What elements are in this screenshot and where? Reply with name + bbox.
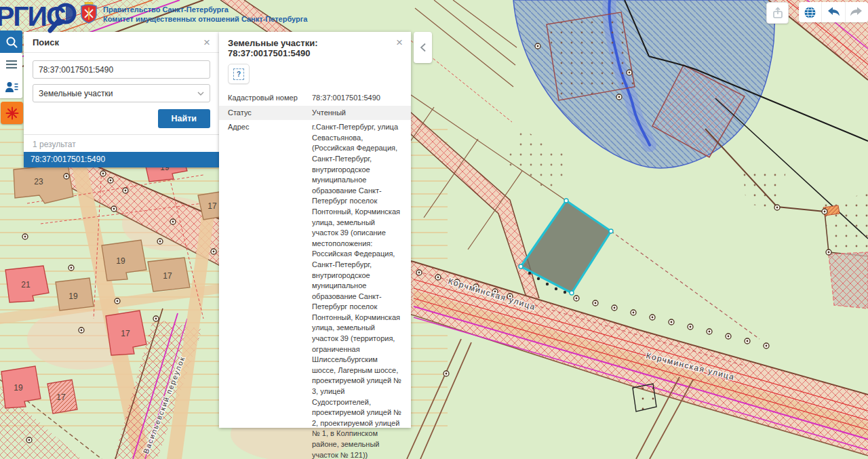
redo-icon — [849, 6, 864, 18]
category-select-value: Земельные участки — [39, 89, 113, 98]
find-button[interactable]: Найти — [158, 109, 210, 128]
pink-parcel-right — [829, 252, 868, 308]
export-icon — [771, 6, 785, 20]
globe-icon — [804, 6, 816, 19]
parcel-number: 19 — [14, 383, 23, 393]
question-square-icon: ? — [233, 68, 244, 80]
map-tools-group — [799, 2, 868, 22]
parcel-details-panel: Земельные участки: 78:37:0017501:5490 × … — [219, 32, 411, 428]
parcel-number: 19 — [68, 292, 78, 301]
search-icon — [5, 36, 18, 48]
parcel-number: 23 — [34, 177, 43, 186]
user-list-icon — [5, 81, 18, 92]
search-result-item[interactable]: 78:37:0017501:5490 — [24, 152, 219, 167]
search-input[interactable] — [33, 60, 210, 79]
parcel-number: 17 — [121, 329, 130, 338]
sidebar-layers-button[interactable] — [0, 54, 22, 76]
sidebar-contacts-button[interactable] — [0, 76, 22, 98]
gov-header-text: Правительство Санкт-Петербурга Комитет и… — [103, 5, 307, 24]
parcel-help-button[interactable]: ? — [228, 64, 250, 84]
chevron-down-icon — [197, 92, 204, 96]
details-panel-title: Земельные участки: 78:37:0017501:5490 — [228, 38, 396, 58]
chevron-left-icon — [420, 43, 427, 52]
redo-button[interactable] — [846, 2, 868, 22]
sidebar-search-button[interactable] — [0, 31, 22, 53]
logo-magnifier-icon — [47, 0, 83, 35]
rgis-app: 23 19 17 19 17 21 19 17 19 17 — [0, 0, 868, 459]
table-row: Адрес г.Санкт-Петербург, улица Севастьян… — [219, 120, 411, 459]
parcel-number: 17 — [208, 201, 217, 211]
table-row: Статус Учтенный — [219, 106, 411, 121]
snowflake-icon — [5, 106, 19, 120]
sidebar-menu-group — [0, 53, 22, 98]
table-row: Кадастровый номер 78:37:0017501:5490 — [219, 91, 411, 106]
parcel-attributes-table: Кадастровый номер 78:37:0017501:5490 Ста… — [219, 91, 411, 459]
language-globe-button[interactable] — [799, 2, 822, 22]
panel-collapse-button[interactable] — [414, 32, 432, 63]
parcel-number: 21 — [21, 280, 31, 290]
gov-line2: Комитет имущественных отношений Санкт-Пе… — [103, 14, 307, 24]
search-panel-title: Поиск — [33, 37, 59, 47]
parcel-number: 17 — [163, 271, 172, 281]
undo-button[interactable] — [822, 2, 845, 22]
results-count: 1 результат — [24, 134, 219, 152]
search-close-icon[interactable]: × — [203, 38, 210, 47]
hamburger-menu-icon — [5, 60, 18, 69]
undo-icon — [826, 6, 841, 18]
gov-line1: Правительство Санкт-Петербурга — [103, 5, 307, 14]
parcel-number: 19 — [116, 256, 125, 266]
sidebar-accessibility-button[interactable] — [1, 102, 23, 124]
parcel-number: 17 — [56, 393, 66, 402]
search-panel: Поиск × Земельные участки Найти 1 резуль… — [24, 32, 219, 167]
category-select[interactable]: Земельные участки — [33, 84, 210, 102]
export-button[interactable] — [766, 2, 789, 24]
details-close-icon[interactable]: × — [396, 38, 403, 47]
